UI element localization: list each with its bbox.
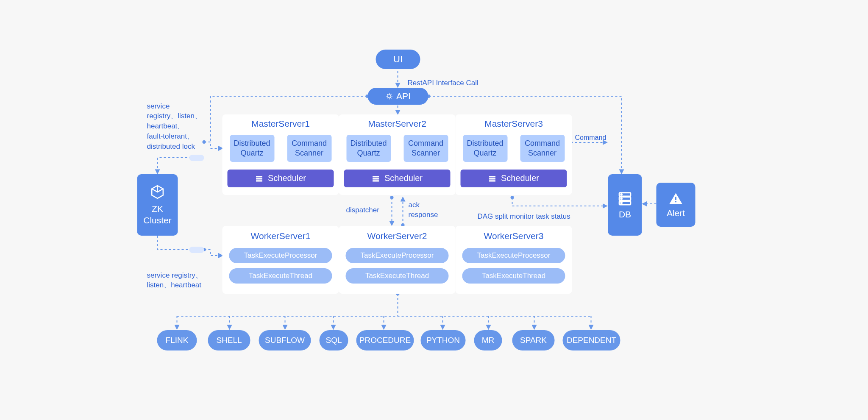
scheduler-box: Scheduler [228,170,334,187]
restapi-label: RestAPI Interface Call [408,78,479,88]
zk-title: ZK Cluster [143,203,172,226]
svg-rect-6 [373,178,379,179]
worker-server-3: WorkerServer3 TaskExecuteProcessor TaskE… [456,226,572,294]
worker-server-1: WorkerServer1 TaskExecuteProcessor TaskE… [223,226,339,294]
master2-title: MasterServer2 [339,119,456,129]
master-server-3: MasterServer3 DistributedQuartz CommandS… [456,114,572,195]
worker-server-2: WorkerServer2 TaskExecuteProcessor TaskE… [339,226,456,294]
zk-note-top: service registry、listen、 heartbeat、 faul… [147,101,202,152]
svg-point-16 [621,203,622,204]
db-label: DB [619,209,631,220]
master3-title: MasterServer3 [456,119,572,129]
alert-icon [668,191,684,206]
task-execute-processor: TaskExecuteProcessor [229,248,332,263]
distributed-quartz: DistributedQuartz [346,135,391,162]
svg-rect-18 [675,201,676,202]
zk-cluster-node: ZK Cluster [137,174,178,236]
svg-rect-5 [373,176,379,177]
master1-title: MasterServer1 [223,119,339,129]
svg-rect-7 [373,180,379,181]
task-subflow: SUBFLOW [259,330,311,350]
worker1-title: WorkerServer1 [223,231,339,241]
svg-rect-2 [256,176,262,177]
svg-rect-17 [675,197,676,200]
svg-point-15 [621,198,622,200]
svg-rect-4 [256,180,262,181]
api-node: API [368,88,428,105]
task-spark: SPARK [512,330,555,350]
svg-point-14 [621,194,622,195]
task-execute-thread: TaskExecuteThread [229,268,332,284]
db-node: DB [608,174,642,236]
task-sql: SQL [320,330,348,350]
worker3-title: WorkerServer3 [456,231,572,241]
alert-label: Alert [667,208,685,218]
task-mr: MR [474,330,502,350]
task-execute-processor: TaskExecuteProcessor [462,248,565,263]
api-icon [385,92,393,100]
junction-dot [189,247,204,253]
svg-rect-8 [489,176,495,177]
task-flink: FLINK [157,330,197,350]
scheduler-box: Scheduler [344,170,451,187]
scheduler-box: Scheduler [461,170,567,187]
worker2-title: WorkerServer2 [339,231,456,241]
command-label: Command [575,133,606,142]
master-server-2: MasterServer2 DistributedQuartz CommandS… [339,114,456,195]
ui-node: UI [376,50,420,69]
svg-rect-10 [489,180,495,181]
task-python: PYTHON [421,330,466,350]
svg-point-1 [387,95,391,98]
zk-note-bottom: service registry、 listen、heartbeat [147,270,203,291]
api-label: API [396,91,411,101]
svg-rect-9 [489,178,495,179]
ack-label: ack response [409,200,438,220]
database-icon [617,190,634,207]
svg-rect-3 [256,178,262,179]
task-shell: SHELL [208,330,250,350]
command-scanner: CommandScanner [403,135,448,162]
task-execute-thread: TaskExecuteThread [346,268,449,284]
task-execute-processor: TaskExecuteProcessor [346,248,449,263]
command-scanner: CommandScanner [520,135,565,162]
task-procedure: PROCEDURE [356,330,414,350]
distributed-quartz: DistributedQuartz [463,135,507,162]
task-dependent: DEPENDENT [563,330,620,350]
scheduler-icon [255,174,264,183]
scheduler-icon [372,174,380,183]
scheduler-icon [488,174,497,183]
command-scanner: CommandScanner [287,135,331,162]
dag-label: DAG split monitor task status [478,211,570,222]
junction-dot [189,155,204,161]
task-execute-thread: TaskExecuteThread [462,268,565,284]
dispatcher-label: dispatcher [346,205,379,215]
distributed-quartz: DistributedQuartz [230,135,274,162]
cube-icon [149,184,166,200]
master-server-1: MasterServer1 DistributedQuartz CommandS… [223,114,339,195]
alert-node: Alert [657,183,696,227]
